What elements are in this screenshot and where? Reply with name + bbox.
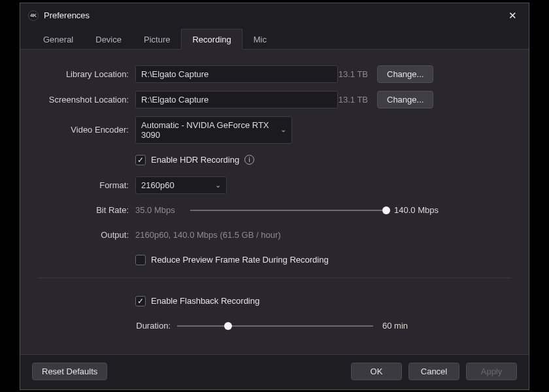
- video-encoder-label: Video Encoder:: [39, 125, 135, 135]
- slider-thumb[interactable]: [224, 322, 232, 330]
- video-encoder-value: Automatic - NVIDIA GeForce RTX 3090: [141, 120, 280, 140]
- screenshot-location-input[interactable]: [135, 91, 338, 108]
- screenshot-change-button[interactable]: Change...: [377, 91, 433, 108]
- info-icon[interactable]: i: [244, 155, 254, 165]
- library-location-input[interactable]: [135, 65, 338, 83]
- tab-device[interactable]: Device: [84, 29, 133, 50]
- library-location-label: Library Location:: [39, 69, 135, 79]
- close-icon[interactable]: ✕: [505, 8, 521, 23]
- reduce-preview-checkbox[interactable]: [135, 255, 146, 265]
- enable-flashback-checkbox[interactable]: [135, 296, 146, 306]
- section-divider: [39, 278, 510, 278]
- bitrate-max-label: 140.0 Mbps: [394, 205, 439, 215]
- output-value: 2160p60, 140.0 Mbps (61.5 GB / hour): [135, 230, 281, 240]
- tab-picture[interactable]: Picture: [133, 29, 181, 50]
- recording-panel: Library Location: 13.1 TB Change... Scre…: [20, 50, 529, 354]
- duration-label: Duration:: [135, 321, 177, 331]
- chevron-down-icon: ⌄: [280, 125, 286, 134]
- chevron-down-icon: ⌄: [215, 181, 221, 189]
- library-size-text: 13.1 TB: [338, 69, 377, 79]
- bitrate-slider[interactable]: [190, 205, 386, 216]
- screenshot-location-label: Screenshot Location:: [39, 95, 135, 105]
- tab-recording[interactable]: Recording: [181, 29, 242, 50]
- reset-defaults-button[interactable]: Reset Defaults: [32, 363, 107, 380]
- dialog-footer: Reset Defaults OK Cancel Apply: [20, 354, 529, 389]
- tab-mic[interactable]: Mic: [242, 29, 278, 50]
- slider-thumb[interactable]: [382, 206, 390, 214]
- bitrate-label: Bit Rate:: [39, 205, 135, 215]
- screenshot-size-text: 13.1 TB: [338, 95, 377, 105]
- cancel-button[interactable]: Cancel: [408, 363, 459, 380]
- video-encoder-select[interactable]: Automatic - NVIDIA GeForce RTX 3090 ⌄: [135, 116, 292, 144]
- title-bar: 4K Preferences ✕: [20, 3, 529, 27]
- output-label: Output:: [39, 230, 135, 240]
- duration-value-label: 60 min: [382, 321, 408, 331]
- tab-bar: General Device Picture Recording Mic: [20, 27, 529, 50]
- format-label: Format:: [39, 180, 135, 190]
- format-select[interactable]: 2160p60 ⌄: [135, 176, 227, 194]
- enable-flashback-label: Enable Flashback Recording: [151, 296, 259, 306]
- window-title: Preferences: [44, 10, 505, 20]
- apply-button[interactable]: Apply: [466, 363, 517, 380]
- tab-general[interactable]: General: [32, 29, 84, 50]
- enable-hdr-label: Enable HDR Recording: [151, 155, 239, 165]
- app-logo-icon: 4K: [28, 10, 39, 21]
- bitrate-min-label: 35.0 Mbps: [135, 205, 182, 215]
- preferences-window: 4K Preferences ✕ General Device Picture …: [20, 3, 529, 390]
- reduce-preview-label: Reduce Preview Frame Rate During Recordi…: [151, 255, 329, 265]
- library-change-button[interactable]: Change...: [377, 65, 433, 83]
- format-value: 2160p60: [141, 180, 175, 190]
- enable-hdr-checkbox[interactable]: [135, 155, 146, 165]
- ok-button[interactable]: OK: [351, 363, 402, 380]
- duration-slider[interactable]: [177, 321, 373, 331]
